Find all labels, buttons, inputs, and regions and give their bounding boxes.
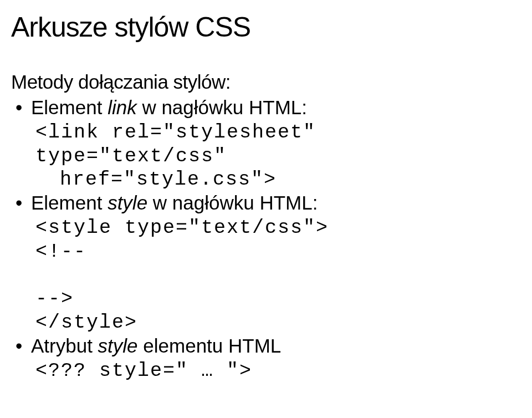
code-line: </style> — [35, 311, 515, 335]
item-text-prefix: Element — [31, 96, 108, 118]
item-text-suffix: elementu HTML — [138, 335, 282, 356]
list-item: Atrybut style elementu HTML — [16, 335, 515, 357]
code-line: <link rel="stylesheet" type="text/css" — [35, 121, 515, 168]
method-list: Element link w nagłówku HTML: <link rel=… — [16, 96, 515, 383]
section-subtitle: Metody dołączania stylów: — [11, 71, 515, 93]
code-line: <!-- — [35, 240, 515, 264]
code-line: <??? style=" … "> — [35, 359, 515, 383]
item-text-emph: style — [98, 335, 138, 356]
code-line: <style type="text/css"> — [35, 216, 515, 240]
list-item: Element style w nagłówku HTML: — [16, 192, 515, 214]
item-text-suffix: w nagłówku HTML: — [147, 192, 318, 213]
item-text-prefix: Element — [31, 192, 108, 213]
item-text-emph: link — [108, 96, 137, 118]
page-title: Arkusze stylów CSS — [11, 11, 515, 43]
code-line: href="style.css"> — [60, 168, 515, 192]
list-item: Element link w nagłówku HTML: — [16, 96, 515, 119]
item-text-emph: style — [108, 192, 147, 213]
item-text-suffix: w nagłówku HTML: — [137, 96, 307, 118]
code-line: --> — [35, 287, 515, 311]
code-line — [35, 263, 515, 287]
item-text-prefix: Atrybut — [31, 335, 98, 356]
